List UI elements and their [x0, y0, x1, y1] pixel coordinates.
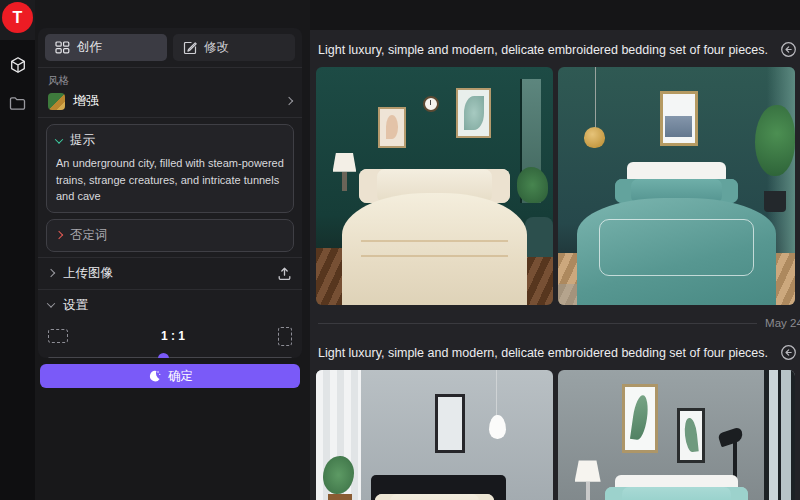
- prompt-boxes: 提示 An underground city, filled with stea…: [38, 117, 302, 257]
- image-grid: [310, 370, 800, 500]
- negative-words-box[interactable]: 否定词: [46, 219, 294, 252]
- generation-date: May 24,: [765, 317, 800, 329]
- files-folder-button[interactable]: [0, 88, 35, 118]
- style-section: 风格 增强: [38, 67, 302, 117]
- prompt-text[interactable]: An underground city, filled with steam-p…: [56, 155, 284, 205]
- settings-row[interactable]: 设置: [38, 289, 302, 321]
- negative-title: 否定词: [70, 227, 108, 244]
- style-value: 增强: [73, 92, 278, 110]
- tab-modify[interactable]: 修改: [173, 34, 295, 61]
- lamp-cord: [595, 67, 596, 129]
- generation-prompt: Light luxury, simple and modern, delicat…: [318, 346, 768, 360]
- pillows: [375, 494, 494, 500]
- style-selector[interactable]: 增强: [48, 92, 292, 110]
- floor-lamp-head: [718, 426, 745, 447]
- style-thumbnail: [48, 93, 65, 110]
- bed-duvet: [577, 198, 776, 305]
- icon-rail: [0, 0, 35, 500]
- picture-frame: [660, 91, 698, 146]
- generated-image[interactable]: [316, 370, 553, 500]
- bed-duvet: [342, 193, 527, 305]
- prompt-box[interactable]: 提示 An underground city, filled with stea…: [46, 124, 294, 213]
- plant: [517, 167, 548, 203]
- tab-create[interactable]: 创作: [45, 34, 167, 61]
- generated-image[interactable]: [558, 370, 795, 500]
- picture-frame: [677, 408, 705, 463]
- window: [764, 370, 795, 500]
- aspect-ratio-slider[interactable]: [48, 353, 292, 359]
- pendant-lamp: [489, 415, 506, 439]
- lamp-cord: [496, 370, 497, 418]
- tab-create-label: 创作: [77, 39, 102, 56]
- row-divider: May 24,: [310, 305, 800, 333]
- chevron-right-icon: [55, 231, 63, 239]
- stool: [328, 494, 352, 500]
- cube-icon: [9, 56, 27, 74]
- folder-icon: [9, 96, 26, 111]
- slider-track[interactable]: [48, 357, 292, 359]
- app-window: T 创作 修改: [0, 0, 800, 500]
- upload-image-row[interactable]: 上传图像: [38, 257, 302, 289]
- upload-icon: [277, 266, 292, 281]
- tab-modify-label: 修改: [204, 39, 229, 56]
- upload-label: 上传图像: [63, 265, 113, 282]
- confirm-label: 确定: [168, 368, 193, 385]
- picture-frame: [435, 394, 466, 454]
- aspect-portrait-icon[interactable]: [278, 327, 292, 346]
- creation-panel: 创作 修改 风格 增强: [38, 28, 302, 358]
- table-lamp: [333, 153, 357, 172]
- wall-clock: [423, 96, 439, 112]
- moon-sparkle-icon: [147, 369, 161, 383]
- style-label: 风格: [48, 74, 292, 88]
- pillows: [605, 487, 747, 500]
- aspect-ratio-value: 1 : 1: [68, 329, 278, 343]
- mode-tabs: 创作 修改: [38, 28, 302, 67]
- workspace-cube-button[interactable]: [0, 50, 35, 80]
- edit-icon: [183, 41, 197, 55]
- lamp-base: [586, 482, 590, 500]
- chevron-right-icon: [285, 97, 293, 105]
- generation-row-header: Light luxury, simple and modern, delicat…: [310, 30, 800, 67]
- grid-icon: [55, 41, 70, 54]
- reuse-prompt-button[interactable]: [780, 41, 797, 58]
- generated-image[interactable]: [316, 67, 553, 305]
- generation-row-header: Light luxury, simple and modern, delicat…: [310, 333, 800, 370]
- confirm-button[interactable]: 确定: [40, 364, 300, 388]
- divider-line: [318, 323, 757, 324]
- chevron-down-icon: [55, 135, 63, 143]
- image-grid: [310, 67, 800, 305]
- pendant-lamp: [584, 127, 605, 148]
- slider-thumb[interactable]: [158, 353, 169, 359]
- settings-body: 1 : 1 图片数量 4: [38, 321, 302, 359]
- picture-frame: [456, 88, 492, 138]
- plant: [755, 105, 795, 176]
- plant-pot: [764, 191, 785, 212]
- prompt-title: 提示: [70, 132, 95, 149]
- generated-image[interactable]: [558, 67, 795, 305]
- lamp-base: [342, 172, 347, 191]
- picture-frame: [378, 107, 406, 147]
- settings-label: 设置: [63, 297, 88, 314]
- armchair: [525, 217, 553, 257]
- avatar[interactable]: T: [2, 2, 33, 33]
- generation-prompt: Light luxury, simple and modern, delicat…: [318, 43, 768, 57]
- picture-frame: [622, 384, 658, 453]
- reuse-prompt-button[interactable]: [780, 344, 797, 361]
- aspect-landscape-icon[interactable]: [48, 329, 68, 343]
- chevron-right-icon: [47, 269, 55, 277]
- chevron-down-icon: [47, 299, 55, 307]
- table-lamp: [575, 460, 601, 481]
- generation-gallery: Light luxury, simple and modern, delicat…: [310, 30, 800, 500]
